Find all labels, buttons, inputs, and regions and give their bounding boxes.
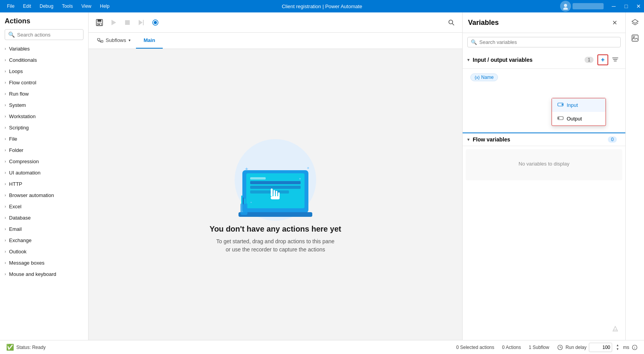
action-item-compression[interactable]: › Compression [0,156,88,167]
variables-search-input[interactable] [479,39,617,45]
action-label: HTTP [9,181,22,187]
flow-variables-header[interactable]: ▾ Flow variables 0 [463,133,625,146]
actions-count: 0 Actions [502,345,521,350]
action-item-folder[interactable]: › Folder [0,145,88,156]
menu-edit[interactable]: Edit [19,2,35,10]
main-tab[interactable]: Main [136,33,163,49]
chevron-icon: › [5,58,6,62]
action-item-run-flow[interactable]: › Run flow [0,88,88,99]
menu-tools[interactable]: Tools [58,2,77,10]
svg-rect-3 [97,19,101,22]
stop-button[interactable] [121,16,134,29]
action-label: Variables [9,46,30,52]
run-delay-label: Run delay [566,345,587,350]
variables-close-button[interactable]: ✕ [609,17,620,28]
stepper-down-button[interactable]: ▼ [614,347,621,351]
filter-button[interactable] [610,54,621,65]
action-item-file[interactable]: › File [0,133,88,145]
selected-actions-count: 0 Selected actions [456,345,494,350]
chevron-down-icon: ▾ [129,38,131,42]
chevron-icon: › [5,238,6,242]
chevron-icon: › [5,47,6,51]
action-item-mouse-keyboard[interactable]: › Mouse and keyboard [0,269,88,280]
chevron-icon: › [5,216,6,220]
chevron-icon: › [5,92,6,96]
titlebar-controls: ─ □ ✕ [560,0,644,12]
action-label: UI automation [9,170,40,176]
action-label: Database [9,215,31,221]
image-button[interactable] [628,31,642,45]
next-button[interactable] [135,16,148,29]
action-item-flow-control[interactable]: › Flow control [0,77,88,88]
input-output-label: Input / output variables [473,57,585,63]
actions-search-input[interactable] [17,32,82,38]
action-item-browser-automation[interactable]: › Browser automation [0,190,88,201]
add-variable-button[interactable]: + [597,54,608,65]
action-item-http[interactable]: › HTTP [0,178,88,190]
action-item-workstation[interactable]: › Workstation [0,111,88,122]
maximize-button[interactable]: □ [621,0,632,12]
menu-debug[interactable]: Debug [36,2,57,10]
svg-rect-9 [143,20,144,25]
svg-marker-8 [139,20,143,25]
actions-header: Actions 🔍 [0,12,88,43]
action-item-variables[interactable]: › Variables [0,43,88,54]
menu-help[interactable]: Help [96,2,113,10]
variable-name-chip: {x} Name [470,73,498,81]
input-output-section-header[interactable]: ▾ Input / output variables 1 + [463,51,625,69]
svg-rect-27 [273,190,275,197]
action-label: Compression [9,159,39,164]
stepper-up-button[interactable]: ▲ [614,344,621,347]
chevron-icon: › [5,148,6,152]
action-item-email[interactable]: › Email [0,223,88,235]
run-button[interactable] [107,16,120,29]
tabs-bar: Subflows ▾ Main [89,33,462,49]
chevron-icon: › [5,171,6,175]
dropdown-input-item[interactable]: Input [552,98,606,112]
action-item-scripting[interactable]: › Scripting [0,122,88,133]
svg-rect-26 [271,188,273,196]
window-title: Client registration | Power Automate [282,3,362,9]
svg-rect-7 [125,20,130,25]
action-label: Browser automation [9,192,54,198]
layers-button[interactable] [628,16,642,30]
action-item-excel[interactable]: › Excel [0,201,88,212]
action-item-system[interactable]: › System [0,99,88,111]
menu-view[interactable]: View [77,2,95,10]
action-item-database[interactable]: › Database [0,212,88,223]
action-item-outlook[interactable]: › Outlook [0,246,88,257]
run-delay-input[interactable] [589,343,612,352]
save-button[interactable] [93,16,106,29]
actions-list: › Variables › Conditionals › Loops › Flo… [0,43,88,340]
variables-title: Variables [468,19,499,27]
chevron-icon: › [5,261,6,265]
output-icon [557,115,564,122]
add-variable-dropdown: Input Output [552,98,606,126]
action-item-exchange[interactable]: › Exchange [0,235,88,246]
svg-rect-21 [238,212,312,217]
subflows-tab[interactable]: Subflows ▾ [92,33,136,49]
chevron-down-icon: ▾ [467,57,470,63]
svg-rect-28 [276,191,277,197]
action-label: Outlook [9,249,26,255]
empty-illustration: ✦ ✦ ✦ ✦ [221,135,330,225]
status-ready: ✅ Status: Ready [6,344,45,351]
close-button[interactable]: ✕ [633,0,644,12]
run-delay-unit: ms [623,345,629,350]
input-output-count: 1 [585,57,594,63]
user-avatar[interactable] [560,1,571,12]
action-item-message-boxes[interactable]: › Message boxes [0,257,88,269]
minimize-button[interactable]: ─ [608,0,619,12]
variable-icon: {x} [475,75,480,80]
search-button[interactable] [445,16,458,29]
action-item-conditionals[interactable]: › Conditionals [0,54,88,66]
action-label: Workstation [9,113,35,119]
user-name-blur [573,3,604,9]
action-item-loops[interactable]: › Loops [0,66,88,77]
dropdown-output-item[interactable]: Output [552,112,606,126]
svg-point-43 [633,36,635,38]
action-item-ui-automation[interactable]: › UI automation [0,167,88,178]
action-label: Folder [9,147,23,153]
record-button[interactable] [149,16,162,29]
menu-file[interactable]: File [3,2,18,10]
